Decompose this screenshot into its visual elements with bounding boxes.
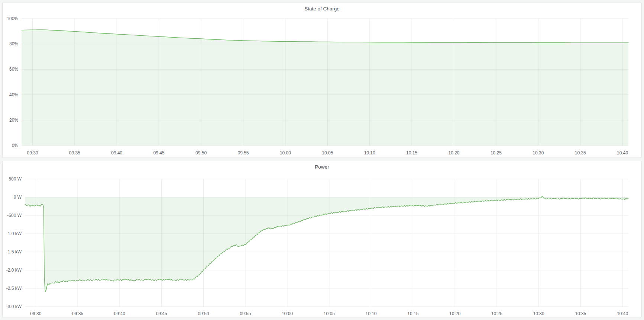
x-axis-label: 10:30 bbox=[533, 311, 544, 316]
x-axis-label: 10:15 bbox=[406, 150, 417, 156]
y-axis-label: -500 W bbox=[7, 213, 22, 218]
x-axis-label: 09:45 bbox=[156, 311, 167, 316]
y-axis-label: -3.0 kW bbox=[6, 304, 22, 309]
y-axis-label: -2.5 kW bbox=[6, 286, 22, 291]
y-axis-label: 60% bbox=[9, 67, 18, 72]
x-axis-label: 10:15 bbox=[407, 311, 418, 316]
series-area-fill bbox=[22, 30, 628, 145]
y-axis-label: 20% bbox=[9, 118, 18, 123]
y-axis-label: 0 W bbox=[14, 195, 22, 200]
x-axis-label: 10:20 bbox=[449, 311, 460, 316]
x-axis-label: 10:00 bbox=[282, 311, 293, 316]
x-axis-label: 09:55 bbox=[237, 150, 249, 156]
y-axis-label: 0% bbox=[12, 143, 19, 148]
x-axis-label: 10:10 bbox=[364, 150, 375, 156]
x-axis-label: 10:40 bbox=[617, 311, 628, 316]
x-axis-label: 10:35 bbox=[575, 311, 586, 316]
x-axis-label: 09:30 bbox=[27, 150, 38, 156]
x-axis-label: 09:40 bbox=[111, 150, 122, 156]
x-axis-label: 10:25 bbox=[491, 150, 502, 156]
state-of-charge-panel: State of Charge 100%80%60%40%20%0%09:300… bbox=[2, 3, 642, 157]
x-axis-label: 10:05 bbox=[324, 311, 335, 316]
y-axis-label: 40% bbox=[9, 92, 18, 97]
x-axis-label: 10:40 bbox=[617, 150, 628, 156]
y-axis-label: -1.5 kW bbox=[6, 249, 22, 255]
x-axis-label: 09:45 bbox=[153, 150, 165, 156]
x-axis-label: 09:55 bbox=[240, 311, 251, 316]
y-axis-label: 100% bbox=[7, 16, 18, 21]
x-axis-label: 09:35 bbox=[72, 311, 83, 316]
power-panel: Power 500 W0 W-500 W-1.0 kW-1.5 kW-2.0 k… bbox=[2, 161, 642, 317]
dashboard: State of Charge 100%80%60%40%20%0%09:300… bbox=[0, 0, 644, 320]
y-axis-label: 500 W bbox=[9, 176, 22, 182]
x-axis-label: 09:50 bbox=[198, 311, 209, 316]
y-axis-label: -1.0 kW bbox=[6, 231, 22, 236]
x-axis-label: 10:00 bbox=[280, 150, 291, 156]
x-axis-label: 09:40 bbox=[114, 311, 125, 316]
y-axis-label: 80% bbox=[9, 41, 18, 47]
x-axis-label: 10:30 bbox=[533, 150, 544, 156]
x-axis-label: 10:20 bbox=[448, 150, 459, 156]
x-axis-label: 09:35 bbox=[69, 150, 80, 156]
state-of-charge-chart-canvas[interactable]: 100%80%60%40%20%0%09:3009:3509:4009:4509… bbox=[3, 3, 641, 157]
x-axis-label: 09:50 bbox=[195, 150, 207, 156]
x-axis-label: 10:25 bbox=[491, 311, 502, 316]
x-axis-label: 10:10 bbox=[366, 311, 377, 316]
y-axis-label: -2.0 kW bbox=[6, 268, 22, 273]
x-axis-label: 10:35 bbox=[575, 150, 586, 156]
power-chart-canvas[interactable]: 500 W0 W-500 W-1.0 kW-1.5 kW-2.0 kW-2.5 … bbox=[3, 161, 641, 317]
series-area-fill bbox=[25, 196, 628, 291]
x-axis-label: 09:30 bbox=[30, 311, 41, 316]
x-axis-label: 10:05 bbox=[322, 150, 333, 156]
